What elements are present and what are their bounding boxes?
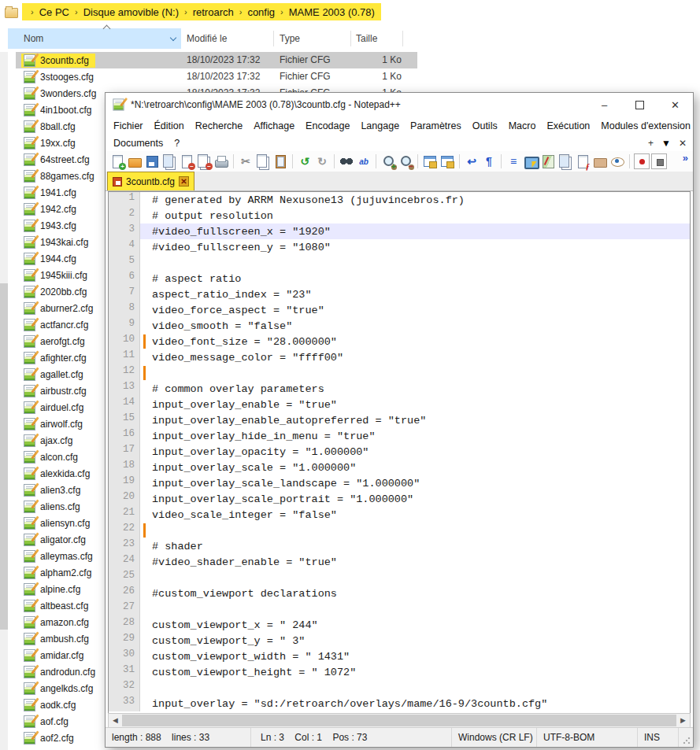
- file-name[interactable]: 88games.cfg: [40, 171, 94, 182]
- editor-line[interactable]: 28custom_viewport_x = " 244": [109, 617, 690, 633]
- file-name[interactable]: ajax.cfg: [40, 435, 72, 446]
- start-recording-icon[interactable]: [634, 153, 650, 169]
- print-icon[interactable]: [213, 153, 229, 169]
- editor-line[interactable]: 33input_overlay = "sd:/retroarch/overlay…: [109, 696, 690, 711]
- editor-line[interactable]: 31custom_viewport_height = " 1072": [109, 664, 690, 680]
- file-name[interactable]: ambush.cfg: [40, 634, 89, 645]
- tab-list-dropdown-icon[interactable]: ▼: [661, 138, 671, 149]
- tab-3countb[interactable]: 3countb.cfg ✕: [107, 172, 194, 190]
- file-name[interactable]: aof.cfg: [40, 716, 69, 727]
- monitoring-icon[interactable]: [609, 153, 625, 169]
- sync-horizontal-scrolling-icon[interactable]: [439, 153, 455, 169]
- file-name[interactable]: 1942.cfg: [40, 204, 76, 215]
- find-icon[interactable]: [339, 153, 354, 169]
- zoom-out-icon[interactable]: [398, 153, 413, 169]
- file-name[interactable]: amazon.cfg: [40, 617, 89, 628]
- tab-close-icon[interactable]: ✕: [179, 176, 189, 187]
- file-name[interactable]: 19xx.cfg: [40, 138, 76, 149]
- sync-vertical-scrolling-icon[interactable]: [422, 153, 438, 169]
- file-row[interactable]: 3stooges.cfg 18/10/2023 17:32 Fichier CF…: [8, 68, 559, 85]
- close-icon[interactable]: [179, 153, 194, 169]
- editor-line[interactable]: 19input_overlay_scale_landscape = "1.000…: [109, 475, 690, 491]
- column-header-name[interactable]: Nom: [8, 28, 181, 49]
- menu-encodage[interactable]: Encodage: [300, 120, 355, 131]
- file-name[interactable]: alcon.cfg: [40, 452, 78, 463]
- filter-chevron-icon[interactable]: [170, 35, 176, 41]
- menu-fichier[interactable]: Fichier: [108, 120, 149, 131]
- file-name[interactable]: 3wonders.cfg: [40, 88, 96, 99]
- status-encoding[interactable]: UTF-8-BOM: [537, 728, 638, 747]
- resize-grip[interactable]: [679, 728, 693, 747]
- address-bar[interactable]: ›Ce PC›Disque amovible (N:)›retroarch›co…: [0, 0, 700, 24]
- breadcrumb-item[interactable]: MAME 2003 (0.78): [289, 6, 375, 18]
- file-name[interactable]: agallet.cfg: [40, 369, 83, 380]
- file-name[interactable]: airbustr.cfg: [40, 386, 87, 397]
- editor-line[interactable]: 7aspect_ratio_index = "23": [109, 286, 690, 302]
- file-name[interactable]: 2020bb.cfg: [40, 286, 87, 297]
- menu-langage[interactable]: Langage: [355, 120, 405, 131]
- editor-line[interactable]: 24#video_shader_enable = "true": [109, 554, 690, 570]
- doc-switcher-icon[interactable]: [523, 153, 539, 169]
- document-map-icon[interactable]: [540, 153, 556, 169]
- save-all-icon[interactable]: [161, 153, 177, 169]
- paste-icon[interactable]: [272, 153, 288, 169]
- show-all-characters-icon[interactable]: [481, 153, 497, 169]
- file-name[interactable]: airwolf.cfg: [40, 419, 83, 430]
- column-header-type[interactable]: Type: [280, 28, 300, 49]
- explorer-vertical-scrollbar[interactable]: [0, 52, 8, 750]
- menu-ex-cution[interactable]: Exécution: [541, 120, 595, 131]
- column-header-modified[interactable]: Modifié le: [187, 28, 227, 49]
- folder-as-workspace-icon[interactable]: [592, 153, 608, 169]
- column-header-size[interactable]: Taille: [356, 28, 377, 49]
- document-list-icon[interactable]: [557, 153, 573, 169]
- editor-line[interactable]: 26#custom_viewport declarations: [109, 586, 690, 601]
- code-editor[interactable]: 1# generated by ARRM Nexusone13 (jujuvin…: [108, 191, 691, 713]
- file-name[interactable]: alpham2.cfg: [40, 567, 91, 578]
- status-eol-format[interactable]: Windows (CR LF): [452, 728, 537, 747]
- file-name[interactable]: 1941.cfg: [40, 187, 76, 198]
- open-file-icon[interactable]: [127, 153, 143, 169]
- horizontal-scrollbar-thumb[interactable]: [122, 715, 676, 726]
- file-row[interactable]: 3countb.cfg 18/10/2023 17:32 Fichier CFG…: [8, 52, 559, 68]
- menu-macro[interactable]: Macro: [503, 120, 542, 131]
- editor-line[interactable]: 12: [109, 365, 690, 381]
- editor-line[interactable]: 5: [109, 255, 690, 271]
- new-file-icon[interactable]: [109, 153, 125, 169]
- copy-icon[interactable]: [255, 153, 271, 169]
- editor-line[interactable]: 30custom_viewport_width = " 1431": [109, 648, 690, 664]
- file-name[interactable]: 8ball.cfg: [40, 121, 76, 132]
- breadcrumb-item[interactable]: Ce PC: [39, 6, 69, 18]
- file-name[interactable]: 1943.cfg: [40, 220, 76, 231]
- file-name[interactable]: angelkds.cfg: [40, 683, 93, 694]
- editor-line[interactable]: 27: [109, 601, 690, 617]
- editor-line[interactable]: 14input_overlay_enable = "true": [109, 397, 690, 412]
- new-tab-icon[interactable]: +: [648, 138, 654, 149]
- file-name[interactable]: alpine.cfg: [40, 584, 80, 595]
- editor-line[interactable]: 2# output resolution: [109, 208, 690, 224]
- menu-affichage[interactable]: Affichage: [248, 120, 300, 131]
- editor-line[interactable]: 22: [109, 523, 690, 538]
- menu-help[interactable]: ?: [169, 138, 185, 149]
- menu-recherche[interactable]: Recherche: [190, 120, 248, 131]
- editor-line[interactable]: 10video_font_size = "28.000000": [109, 334, 690, 349]
- editor-line[interactable]: 13# common overlay parameters: [109, 381, 690, 397]
- editor-line[interactable]: 23# shader: [109, 538, 690, 554]
- save-icon[interactable]: [144, 153, 160, 169]
- file-name[interactable]: 4in1boot.cfg: [40, 105, 91, 116]
- file-name[interactable]: aodk.cfg: [40, 700, 76, 711]
- file-name[interactable]: aliensyn.cfg: [40, 518, 90, 529]
- explorer-scrollbar-thumb[interactable]: [0, 283, 8, 630]
- minimize-button[interactable]: –: [587, 93, 622, 116]
- file-name[interactable]: aerofgt.cfg: [40, 336, 85, 347]
- editor-line[interactable]: 15input_overlay_enable_autopreferred = "…: [109, 412, 690, 428]
- word-wrap-icon[interactable]: [464, 153, 480, 169]
- editor-line[interactable]: 1# generated by ARRM Nexusone13 (jujuvin…: [109, 192, 690, 208]
- editor-line[interactable]: 25: [109, 570, 690, 586]
- menu-documents[interactable]: Documents: [108, 138, 169, 149]
- close-all-icon[interactable]: [196, 153, 212, 169]
- status-insert-mode[interactable]: INS: [638, 728, 679, 747]
- file-name[interactable]: 1943kai.cfg: [40, 237, 88, 248]
- scroll-right-arrow-icon[interactable]: ►: [676, 714, 690, 727]
- zoom-in-icon[interactable]: [380, 153, 396, 169]
- close-tab-icon[interactable]: ✕: [679, 138, 687, 149]
